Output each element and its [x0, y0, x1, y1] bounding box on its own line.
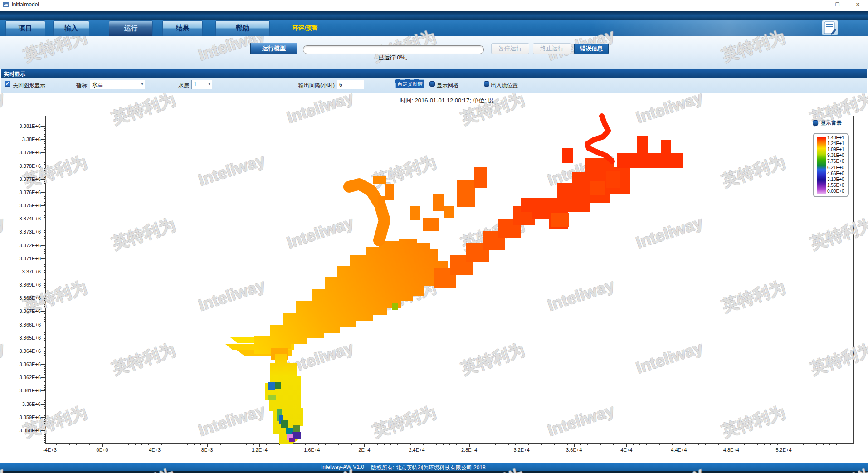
y-tick-label: 3.366E+6: [4, 322, 41, 327]
x-minor-tick: [574, 444, 575, 445]
x-major-tick: [155, 444, 155, 447]
watermark-text: Inteliway: [0, 213, 7, 253]
indicator-value: 水温: [92, 82, 103, 88]
x-minor-tick: [76, 444, 77, 445]
tab-运行[interactable]: 运行: [109, 20, 153, 36]
x-minor-tick: [325, 444, 326, 445]
x-minor-tick: [214, 444, 214, 445]
y-major-tick: [41, 205, 45, 206]
colorbar-value: 6.21E+0: [827, 165, 844, 170]
x-minor-tick: [266, 444, 267, 445]
y-major-tick: [41, 152, 45, 153]
x-minor-tick: [738, 444, 738, 445]
tab-项目[interactable]: 项目: [5, 20, 45, 36]
maximize-button[interactable]: ❐: [827, 0, 848, 9]
y-major-tick: [41, 298, 45, 298]
minimize-button[interactable]: –: [807, 0, 827, 9]
y-tick-label: 3.371E+6: [4, 256, 41, 261]
y-major-tick: [41, 126, 45, 127]
x-major-tick: [626, 444, 627, 447]
y-tick-label: 3.377E+6: [4, 176, 41, 182]
x-minor-tick: [692, 444, 692, 445]
y-tick-label: 3.358E+6: [4, 428, 41, 433]
x-minor-tick: [843, 444, 843, 445]
show-grid-checkbox[interactable]: [429, 81, 435, 87]
x-minor-tick: [633, 444, 634, 445]
x-minor-tick: [587, 444, 588, 445]
x-major-tick: [731, 444, 731, 447]
close-graphics-checkbox[interactable]: [5, 81, 10, 87]
layer-dropdown[interactable]: 1 ▾: [191, 80, 212, 89]
x-minor-tick: [443, 444, 444, 445]
x-minor-tick: [770, 444, 771, 445]
x-minor-tick: [194, 444, 195, 445]
layer-label: 水层: [178, 82, 189, 89]
x-minor-tick: [155, 444, 155, 445]
y-major-tick: [41, 166, 45, 166]
x-tick-label: 5.2E+4: [767, 447, 800, 453]
x-minor-tick: [358, 444, 358, 445]
x-minor-tick: [397, 444, 398, 445]
chevron-down-icon: ▾: [141, 82, 143, 86]
tab-输入[interactable]: 输入: [53, 20, 89, 36]
x-minor-tick: [345, 444, 345, 445]
x-major-tick: [312, 444, 312, 447]
chevron-down-icon: ▾: [208, 82, 210, 86]
y-tick-label: 3.364E+6: [4, 348, 41, 354]
error-info-button[interactable]: 错误信息: [574, 44, 609, 54]
app-version: Intelway-AW V1.0: [321, 464, 364, 470]
pause-run-button[interactable]: 暂停运行: [491, 43, 529, 54]
x-minor-tick: [318, 444, 319, 445]
custom-colormap-button[interactable]: 自定义图谱: [395, 79, 424, 88]
x-minor-tick: [515, 444, 516, 445]
close-button[interactable]: ✕: [848, 0, 868, 9]
close-graphics-label: 关闭图形显示: [13, 82, 45, 89]
run-progress-text: 已运行 0%。: [363, 54, 426, 62]
colorbar-value: 9.31E+0: [827, 153, 844, 158]
x-minor-tick: [449, 444, 450, 445]
x-minor-tick: [757, 444, 758, 445]
flow-positions-checkbox[interactable]: [484, 81, 489, 87]
x-tick-label: 3.6E+4: [558, 447, 590, 453]
y-tick-label: 3.37E+6: [4, 269, 41, 274]
indicator-dropdown[interactable]: 水温 ▾: [90, 80, 145, 89]
show-background-checkbox[interactable]: [813, 120, 818, 126]
y-tick-label: 3.38E+6: [4, 137, 41, 142]
x-minor-tick: [430, 444, 430, 445]
y-major-tick: [41, 139, 45, 140]
caption-buttons: –❐✕: [807, 0, 868, 9]
y-major-tick: [41, 377, 45, 378]
x-minor-tick: [816, 444, 817, 445]
x-tick-label: 8E+3: [191, 447, 224, 453]
x-minor-tick: [286, 444, 286, 445]
x-minor-tick: [83, 444, 83, 445]
interval-input[interactable]: [337, 80, 364, 89]
x-minor-tick: [535, 444, 535, 445]
document-icon: [822, 20, 838, 35]
tab-env-warning[interactable]: 环评/预警: [293, 24, 318, 32]
tab-帮助[interactable]: 帮助: [215, 20, 270, 36]
realtime-section-title: 实时显示: [4, 70, 25, 78]
x-minor-tick: [508, 444, 509, 445]
y-major-tick: [41, 325, 45, 325]
x-tick-label: 4E+4: [610, 447, 643, 453]
indicator-label: 指标: [76, 82, 87, 89]
tab-结果[interactable]: 结果: [162, 20, 203, 36]
y-major-tick: [41, 364, 45, 365]
y-major-tick: [41, 285, 45, 285]
layer-value: 1: [194, 81, 197, 88]
y-tick-label: 3.378E+6: [4, 163, 41, 169]
x-tick-label: 4.8E+4: [715, 447, 747, 453]
time-unit-status: 时间: 2016-01-01 12:00:17; 单位: 度: [381, 97, 512, 105]
notes-panel-button[interactable]: [822, 20, 838, 35]
x-minor-tick: [685, 444, 686, 445]
stop-run-button[interactable]: 终止运行: [533, 43, 571, 54]
x-minor-tick: [436, 444, 437, 445]
y-tick-label: 3.376E+6: [4, 190, 41, 195]
x-tick-label: 1.2E+4: [243, 447, 276, 453]
title-bar: initialmodel –❐✕: [0, 0, 868, 9]
run-model-button[interactable]: 运行模型: [250, 43, 297, 54]
x-tick-label: 4.4E+4: [663, 447, 695, 453]
x-minor-tick: [69, 444, 70, 445]
x-minor-tick: [561, 444, 561, 445]
